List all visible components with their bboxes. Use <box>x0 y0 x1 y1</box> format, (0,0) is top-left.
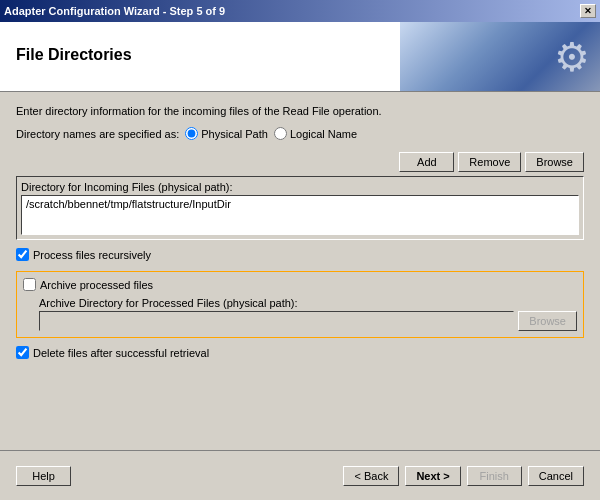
button-row: Add Remove Browse <box>16 152 584 172</box>
title-bar-buttons: ✕ <box>580 4 596 18</box>
archive-label: Archive processed files <box>40 279 153 291</box>
finish-button[interactable]: Finish <box>467 466 522 486</box>
footer-right: < Back Next > Finish Cancel <box>343 466 584 486</box>
archive-section: Archive processed files Archive Director… <box>16 271 584 338</box>
close-button[interactable]: ✕ <box>580 4 596 18</box>
wizard-header: File Directories ⚙ <box>0 22 600 92</box>
browse-button-2[interactable]: Browse <box>518 311 577 331</box>
wizard-header-bg: ⚙ <box>400 22 600 92</box>
archive-dir-row: Browse <box>23 311 577 331</box>
physical-path-label: Physical Path <box>201 128 268 140</box>
dir-incoming-value: /scratch/bbennet/tmp/flatstructure/Input… <box>21 195 579 235</box>
archive-checkbox[interactable] <box>23 278 36 291</box>
physical-path-radio-label[interactable]: Physical Path <box>185 127 268 140</box>
next-button[interactable]: Next > <box>405 466 460 486</box>
page-title: File Directories <box>16 46 132 64</box>
process-recursively-label: Process files recursively <box>33 249 151 261</box>
dir-incoming-label: Directory for Incoming Files (physical p… <box>21 181 579 193</box>
archive-dir-label: Archive Directory for Processed Files (p… <box>23 297 577 309</box>
footer: Help < Back Next > Finish Cancel <box>0 450 600 500</box>
add-button[interactable]: Add <box>399 152 454 172</box>
directory-names-label: Directory names are specified as: <box>16 128 179 140</box>
wizard-container: File Directories ⚙ Enter directory infor… <box>0 22 600 500</box>
title-bar-text: Adapter Configuration Wizard - Step 5 of… <box>4 5 225 17</box>
directory-box: Directory for Incoming Files (physical p… <box>16 176 584 240</box>
browse-button-1[interactable]: Browse <box>525 152 584 172</box>
radio-group: Directory names are specified as: Physic… <box>16 127 584 140</box>
wizard-body: Enter directory information for the inco… <box>0 92 600 450</box>
logical-name-label: Logical Name <box>290 128 357 140</box>
delete-files-row: Delete files after successful retrieval <box>16 346 584 359</box>
archive-dir-input[interactable] <box>39 311 514 331</box>
remove-button[interactable]: Remove <box>458 152 521 172</box>
process-recursively-checkbox[interactable] <box>16 248 29 261</box>
logical-name-radio[interactable] <box>274 127 287 140</box>
logical-name-radio-label[interactable]: Logical Name <box>274 127 357 140</box>
gear-icon: ⚙ <box>554 34 590 80</box>
delete-files-label: Delete files after successful retrieval <box>33 347 209 359</box>
wizard-header-text: File Directories <box>16 46 132 68</box>
archive-label-row: Archive processed files <box>23 278 577 291</box>
info-text: Enter directory information for the inco… <box>16 104 584 119</box>
delete-files-checkbox[interactable] <box>16 346 29 359</box>
physical-path-radio[interactable] <box>185 127 198 140</box>
process-recursively-row: Process files recursively <box>16 248 584 261</box>
back-button[interactable]: < Back <box>343 466 399 486</box>
title-bar: Adapter Configuration Wizard - Step 5 of… <box>0 0 600 22</box>
directory-section: Add Remove Browse Directory for Incoming… <box>16 152 584 240</box>
cancel-button[interactable]: Cancel <box>528 466 584 486</box>
help-button[interactable]: Help <box>16 466 71 486</box>
